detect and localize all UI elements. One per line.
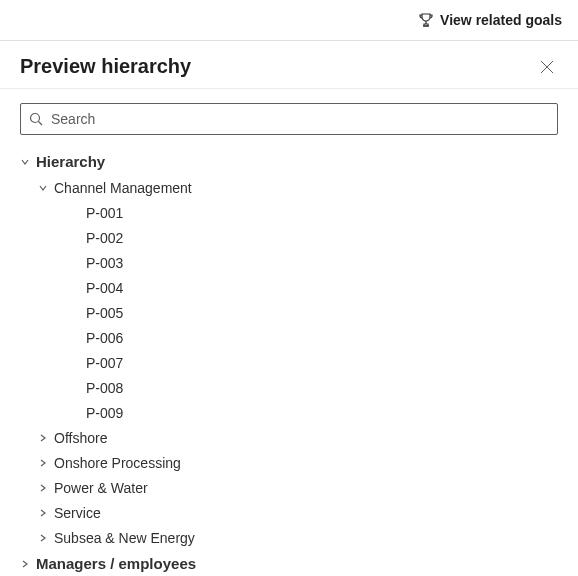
tree-label: Offshore (54, 428, 107, 449)
tree-label: P-003 (86, 253, 123, 274)
chevron-down-icon (20, 158, 30, 166)
tree-node-p004[interactable]: • P-004 (20, 276, 558, 301)
view-related-goals-label: View related goals (440, 12, 562, 28)
tree-node-power-water[interactable]: Power & Water (20, 476, 558, 501)
svg-line-3 (39, 122, 43, 126)
chevron-right-icon (38, 534, 48, 542)
tree-node-p007[interactable]: • P-007 (20, 351, 558, 376)
tree-label: Service (54, 503, 101, 524)
tree-node-p001[interactable]: • P-001 (20, 201, 558, 226)
search-icon (29, 112, 43, 126)
tree-label: P-001 (86, 203, 123, 224)
tree-node-subsea-new-energy[interactable]: Subsea & New Energy (20, 526, 558, 551)
tree-label: P-006 (86, 328, 123, 349)
tree-node-hierarchy[interactable]: Hierarchy (20, 149, 558, 176)
search-input[interactable] (49, 110, 549, 128)
tree-node-p005[interactable]: • P-005 (20, 301, 558, 326)
chevron-right-icon (38, 434, 48, 442)
panel-header: Preview hierarchy (0, 41, 578, 88)
tree-label: Hierarchy (36, 151, 105, 174)
chevron-right-icon (38, 484, 48, 492)
search-box[interactable] (20, 103, 558, 135)
chevron-right-icon (38, 509, 48, 517)
tree-label: Onshore Processing (54, 453, 181, 474)
tree-node-channel-management[interactable]: Channel Management (20, 176, 558, 201)
tree-node-service[interactable]: Service (20, 501, 558, 526)
tree-node-p006[interactable]: • P-006 (20, 326, 558, 351)
tree-label: P-007 (86, 353, 123, 374)
close-button[interactable] (536, 56, 558, 78)
chevron-right-icon (38, 459, 48, 467)
tree-node-onshore-processing[interactable]: Onshore Processing (20, 451, 558, 476)
tree-node-p008[interactable]: • P-008 (20, 376, 558, 401)
tree-node-offshore[interactable]: Offshore (20, 426, 558, 451)
tree-label: P-005 (86, 303, 123, 324)
tree-label: P-002 (86, 228, 123, 249)
hierarchy-tree: Hierarchy Channel Management • P-001 • P… (20, 149, 558, 576)
top-bar: View related goals (0, 0, 578, 40)
close-icon (540, 60, 554, 74)
tree-label: Subsea & New Energy (54, 528, 195, 549)
tree-label: Managers / employees (36, 553, 196, 576)
tree-label: P-009 (86, 403, 123, 424)
tree-node-p002[interactable]: • P-002 (20, 226, 558, 251)
tree-node-managers-employees[interactable]: Managers / employees (20, 551, 558, 577)
panel-content: Hierarchy Channel Management • P-001 • P… (0, 89, 578, 576)
chevron-right-icon (20, 560, 30, 568)
svg-point-2 (31, 114, 40, 123)
tree-label: Channel Management (54, 178, 192, 199)
tree-label: P-008 (86, 378, 123, 399)
trophy-icon (418, 12, 434, 28)
tree-node-p003[interactable]: • P-003 (20, 251, 558, 276)
view-related-goals-button[interactable]: View related goals (418, 12, 562, 28)
chevron-down-icon (38, 184, 48, 192)
tree-label: P-004 (86, 278, 123, 299)
tree-node-p009[interactable]: • P-009 (20, 401, 558, 426)
panel-title: Preview hierarchy (20, 55, 191, 78)
tree-label: Power & Water (54, 478, 148, 499)
